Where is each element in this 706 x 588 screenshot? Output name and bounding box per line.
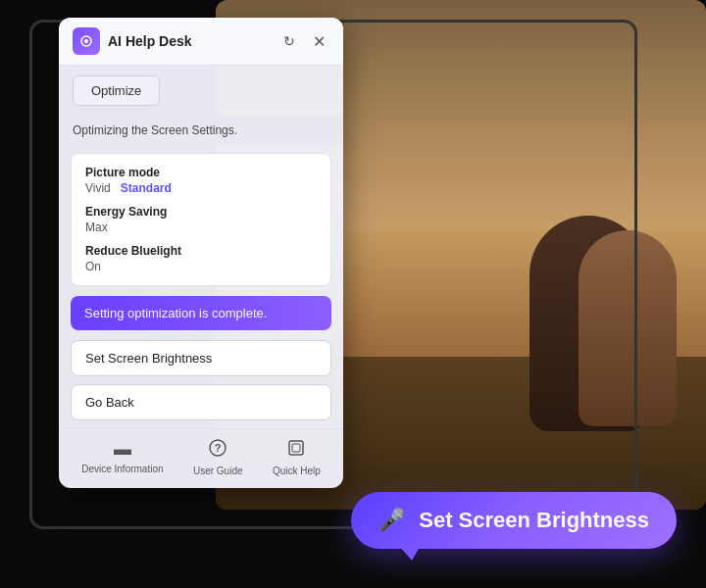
status-message: Optimizing the Screen Settings. — [73, 123, 237, 137]
complete-message-bar: Setting optimization is complete. — [71, 296, 331, 330]
header-controls: ↻ ✕ — [278, 30, 329, 52]
device-info-icon: ▬ — [114, 439, 131, 460]
optimize-button[interactable]: Optimize — [73, 75, 160, 106]
setting-value-on: On — [85, 260, 101, 273]
setting-row-picture-mode: Picture mode Vivid Standard — [85, 166, 317, 195]
setting-value-row-energy: Max — [85, 220, 317, 234]
svg-text:?: ? — [215, 442, 222, 454]
setting-value-standard: Standard — [121, 181, 172, 195]
help-desk-panel: AI Help Desk ↻ ✕ Optimize Optimizing the… — [59, 18, 343, 488]
setting-row-energy: Energy Saving Max — [85, 205, 317, 234]
setting-label-energy: Energy Saving — [85, 205, 317, 219]
user-guide-icon: ? — [209, 439, 227, 462]
panel-footer: ▬ Device Information ? User Guide Quick … — [59, 428, 343, 488]
microphone-icon: 🎤 — [378, 508, 405, 533]
header-left: AI Help Desk — [73, 27, 192, 55]
quick-help-icon — [287, 439, 305, 462]
status-bar: Optimizing the Screen Settings. — [59, 116, 343, 145]
setting-value-vivid: Vivid — [85, 181, 111, 195]
footer-user-guide-label: User Guide — [193, 466, 243, 476]
setting-value-row-bluelight: On — [85, 260, 317, 273]
svg-rect-5 — [292, 444, 300, 452]
footer-device-info[interactable]: ▬ Device Information — [81, 439, 163, 476]
setting-value-row-picture: Vivid Standard — [85, 181, 317, 195]
setting-label-bluelight: Reduce Bluelight — [85, 244, 317, 258]
refresh-button[interactable]: ↻ — [278, 30, 300, 52]
voice-bubble: 🎤 Set Screen Brightness — [351, 492, 677, 549]
close-button[interactable]: ✕ — [308, 30, 329, 52]
panel-title: AI Help Desk — [108, 33, 192, 49]
ai-logo-icon — [73, 27, 100, 55]
setting-row-bluelight: Reduce Bluelight On — [85, 244, 317, 273]
settings-box: Picture mode Vivid Standard Energy Savin… — [71, 153, 331, 286]
footer-user-guide[interactable]: ? User Guide — [193, 439, 243, 476]
complete-message-text: Setting optimization is complete. — [84, 306, 267, 320]
setting-value-max: Max — [85, 220, 108, 234]
go-back-button[interactable]: Go Back — [71, 384, 331, 420]
panel-header: AI Help Desk ↻ ✕ — [59, 18, 343, 66]
voice-bubble-text: Set Screen Brightness — [419, 508, 649, 533]
footer-quick-help[interactable]: Quick Help — [273, 439, 321, 476]
svg-rect-4 — [289, 441, 303, 455]
set-brightness-button[interactable]: Set Screen Brightness — [71, 340, 331, 376]
footer-device-label: Device Information — [81, 464, 163, 474]
setting-label-picture: Picture mode — [85, 166, 317, 179]
svg-point-1 — [84, 39, 88, 43]
footer-quick-help-label: Quick Help — [273, 466, 321, 476]
